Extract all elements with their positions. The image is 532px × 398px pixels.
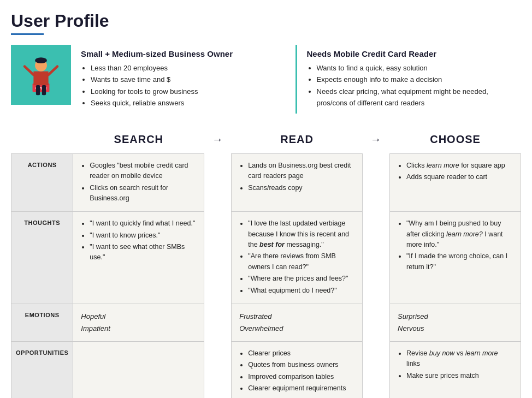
arrow-spacer7 <box>204 342 232 398</box>
list-item: Seeks quick, reliable answers <box>91 97 286 109</box>
arrow-spacer2 <box>363 153 390 212</box>
emotions-search-cell: HopefulImpatient <box>73 304 204 341</box>
profile-col2-list: Wants to find a quick, easy solution Exp… <box>307 62 512 109</box>
stage-choose-header: CHOOSE <box>390 129 521 154</box>
list-item: Less than 20 employees <box>91 62 286 74</box>
list-item: Lands on Business.org best credit card r… <box>248 161 354 182</box>
list-item: "I want to see what other SMBs use." <box>90 242 196 263</box>
opps-label: OPPORTUNITIES <box>11 342 73 398</box>
profile-col2-title: Needs Mobile Credit Card Reader <box>307 49 512 58</box>
list-item: Adds square reader to cart <box>406 172 513 182</box>
actions-read-cell: Lands on Business.org best credit card r… <box>232 153 363 212</box>
list-item: Expects enough info to make a decision <box>317 74 512 85</box>
page-title: User Profile <box>11 11 521 31</box>
arrow-spacer <box>204 153 232 212</box>
list-item: "Where are the prices and fees?" <box>248 274 354 284</box>
svg-line-5 <box>25 67 33 75</box>
list-item: Clicks learn more for square app <box>406 161 513 171</box>
arrow-spacer3 <box>204 212 232 304</box>
list-item: Improved comparison tables <box>248 372 354 382</box>
actions-search-cell: Googles "best mobile credit card reader … <box>73 153 204 212</box>
arrow-spacer5 <box>204 304 232 341</box>
opps-search-cell <box>73 342 204 398</box>
profile-col1-title: Small + Medium-sized Business Owner <box>81 49 286 58</box>
arrow1: → <box>204 129 232 154</box>
list-item: Needs clear pricing, what equipment migh… <box>317 86 512 109</box>
svg-rect-2 <box>33 72 48 85</box>
list-item: "I want to know prices." <box>90 230 196 241</box>
list-item: Googles "best mobile credit card reader … <box>90 161 196 182</box>
arrow2: → <box>363 129 390 154</box>
profile-image: OPEN <box>11 45 71 105</box>
emotions-row: EMOTIONS HopefulImpatient FrustratedOver… <box>11 304 521 341</box>
opportunities-row: OPPORTUNITIES Clearer prices Quotes from… <box>11 342 521 398</box>
thoughts-row: THOUGHTS "I want to quickly find what I … <box>11 212 521 304</box>
thoughts-label: THOUGHTS <box>11 212 73 304</box>
list-item: Quotes from business owners <box>248 360 354 370</box>
svg-point-4 <box>35 57 47 63</box>
journey-table: SEARCH → READ → CHOOSE ACTIONS Googles "… <box>11 129 521 398</box>
list-item: Looking for tools to grow business <box>91 86 286 97</box>
thoughts-choose-cell: "Why am I being pushed to buy after clic… <box>390 212 521 304</box>
list-item: "Are there reviews from SMB owners I can… <box>248 251 354 272</box>
stage-header-row: SEARCH → READ → CHOOSE <box>11 129 521 154</box>
svg-rect-7 <box>36 85 40 95</box>
list-item: Revise buy now vs learn more links <box>406 348 513 370</box>
list-item: "I love the last updated verbiage becaus… <box>248 218 354 250</box>
profile-section: OPEN Small + Medium-sized Business Owner… <box>11 45 521 114</box>
list-item: Clearer equipment requirements <box>248 383 354 394</box>
list-item: Clicks on search result for Business.org <box>90 183 196 204</box>
list-item: Scans/reads copy <box>248 183 354 193</box>
profile-col1: Small + Medium-sized Business Owner Less… <box>71 45 297 114</box>
list-item: Wants to find a quick, easy solution <box>317 62 512 74</box>
emotions-read-cell: FrustratedOverwhelmed <box>232 304 363 341</box>
list-item: Make sure prices match <box>406 371 513 381</box>
opps-read-cell: Clearer prices Quotes from business owne… <box>232 342 363 398</box>
empty-header <box>11 129 73 154</box>
arrow-spacer4 <box>363 212 390 304</box>
list-item: Wants to save time and $ <box>91 74 286 85</box>
svg-rect-8 <box>42 85 46 95</box>
title-underline <box>11 33 44 35</box>
actions-choose-cell: Clicks learn more for square app Adds sq… <box>390 153 521 212</box>
svg-line-6 <box>49 67 57 75</box>
opps-choose-cell: Revise buy now vs learn more links Make … <box>390 342 521 398</box>
list-item: "Why am I being pushed to buy after clic… <box>406 218 513 250</box>
stage-read-header: READ <box>232 129 363 154</box>
arrow-spacer8 <box>363 342 390 398</box>
arrow-spacer6 <box>363 304 390 341</box>
stage-search-header: SEARCH <box>73 129 204 154</box>
list-item: Clearer prices <box>248 348 354 359</box>
thoughts-search-cell: "I want to quickly find what I need." "I… <box>73 212 204 304</box>
emotions-choose-cell: SurprisedNervous <box>390 304 521 341</box>
thoughts-read-cell: "I love the last updated verbiage becaus… <box>232 212 363 304</box>
actions-label: ACTIONS <box>11 153 73 212</box>
emotions-label: EMOTIONS <box>11 304 73 341</box>
list-item: "I want to quickly find what I need." <box>90 218 196 229</box>
profile-col2: Needs Mobile Credit Card Reader Wants to… <box>297 45 522 114</box>
list-item: "What equipment do I need?" <box>248 286 354 296</box>
actions-row: ACTIONS Googles "best mobile credit card… <box>11 153 521 212</box>
profile-col1-list: Less than 20 employees Wants to save tim… <box>81 62 286 109</box>
profile-cols: Small + Medium-sized Business Owner Less… <box>71 45 521 114</box>
list-item: "If I made the wrong choice, can I retur… <box>406 251 513 272</box>
